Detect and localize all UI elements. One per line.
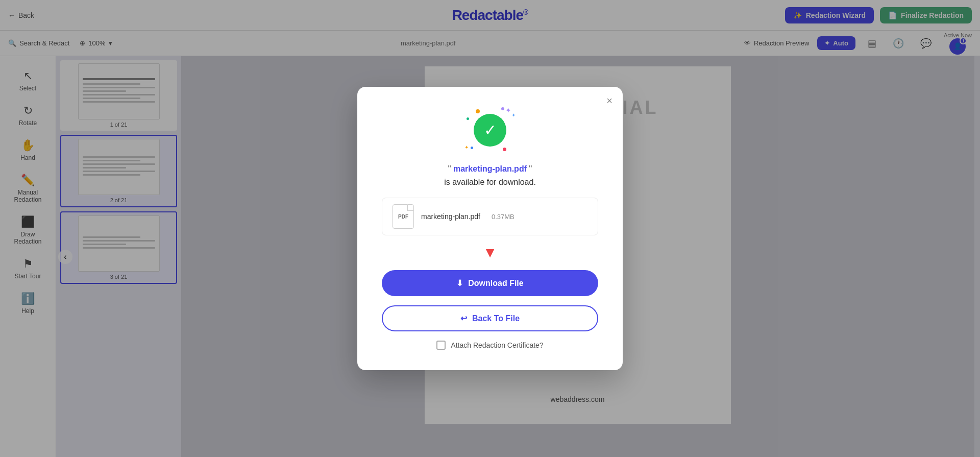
download-file-button[interactable]: ⬇ Download File: [382, 270, 598, 296]
confetti-dot-4: [503, 148, 506, 151]
success-icon-wrap: ✦ ✦ ✦ ✓: [464, 107, 516, 153]
certificate-row: Attach Redaction Certificate?: [436, 341, 543, 350]
back-icon: ↩: [460, 314, 467, 323]
success-circle: ✓: [474, 114, 506, 147]
sparkle-2: ✦: [511, 112, 516, 118]
pdf-icon: PDF: [393, 204, 414, 229]
modal-title: " marketing-plan.pdf " is available for …: [444, 162, 536, 188]
sparkle-1: ✦: [505, 106, 511, 114]
file-info-row: PDF marketing-plan.pdf 0.37MB: [382, 198, 598, 235]
modal-close-button[interactable]: ×: [606, 95, 612, 107]
download-arrow-icon: ▼: [483, 245, 497, 261]
back-to-file-button[interactable]: ↩ Back To File: [382, 305, 598, 331]
confetti-dot-1: [476, 109, 480, 113]
confetti-dot-2: [501, 107, 504, 110]
certificate-label: Attach Redaction Certificate?: [451, 341, 543, 349]
sparkle-3: ✦: [464, 145, 469, 150]
confetti-dot-3: [471, 147, 473, 149]
certificate-checkbox[interactable]: [436, 341, 446, 350]
download-modal: × ✦ ✦ ✦ ✓ " marketing-plan.pdf " is avai…: [357, 87, 623, 370]
confetti-dot-5: [467, 117, 469, 120]
file-size: 0.37MB: [492, 213, 514, 221]
modal-overlay: × ✦ ✦ ✦ ✓ " marketing-plan.pdf " is avai…: [0, 0, 980, 457]
file-name: marketing-plan.pdf: [421, 212, 480, 221]
download-icon: ⬇: [456, 278, 463, 288]
modal-filename[interactable]: marketing-plan.pdf: [453, 164, 527, 173]
